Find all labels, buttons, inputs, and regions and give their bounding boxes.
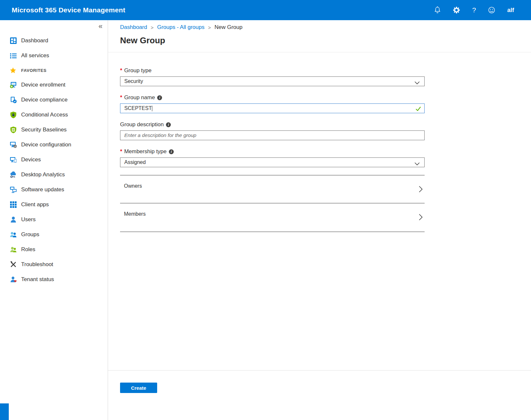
group-type-field: * Group type Security [120,67,425,86]
text-caret [152,106,152,111]
software-updates-icon [10,186,17,193]
group-type-label: * Group type [120,67,425,74]
device-configuration-icon [10,141,17,148]
troubleshoot-tools-icon [10,261,17,268]
required-marker: * [120,94,122,101]
app-shell: « Dashboard All services FAVORITES [0,20,531,420]
sidebar: « Dashboard All services FAVORITES [0,20,108,420]
group-type-value: Security [124,78,143,84]
info-icon: i [169,149,174,154]
members-row[interactable]: Members [120,203,425,232]
sidebar-item-groups[interactable]: Groups [0,227,108,242]
membership-type-label: * Membership type i [120,148,425,155]
favorites-heading: FAVORITES [0,63,108,77]
all-services-list-icon [10,52,17,59]
security-baselines-shield-icon [10,126,17,133]
sidebar-item-label: Troubleshoot [21,261,53,268]
conditional-access-shield-icon [10,111,17,118]
owners-row[interactable]: Owners [120,175,425,203]
chevron-down-icon [415,80,420,86]
sidebar-item-label: Devices [21,156,41,163]
group-name-field: * Group name i SCEPTEST [120,94,425,113]
owners-label: Owners [124,183,142,189]
sidebar-item-software-updates[interactable]: Software updates [0,182,108,197]
sidebar-item-label: Desktop Analytics [21,171,65,178]
users-person-icon [10,216,17,223]
sidebar-item-desktop-analytics[interactable]: Desktop Analytics [0,167,108,182]
footer-divider [108,370,531,371]
group-type-select[interactable]: Security [120,76,425,86]
sidebar-item-all-services[interactable]: All services [0,48,108,63]
notifications-bell-icon[interactable] [434,7,441,14]
topbar: Microsoft 365 Device Management ? [0,0,531,20]
group-description-label: Group description i [120,121,425,128]
sidebar-item-label: Device compliance [21,97,68,103]
sidebar-item-dashboard[interactable]: Dashboard [0,33,108,48]
sidebar-bottom-strip [0,403,9,420]
dashboard-icon [10,37,17,44]
sidebar-item-label: Roles [21,246,35,253]
group-name-input[interactable]: SCEPTEST [120,103,425,113]
sidebar-item-device-configuration[interactable]: Device configuration [0,137,108,152]
sidebar-item-device-compliance[interactable]: Device compliance [0,92,108,107]
desktop-analytics-cloud-icon [10,171,17,178]
required-marker: * [120,148,122,155]
sidebar-item-roles[interactable]: Roles [0,242,108,257]
sidebar-item-label: Software updates [21,186,64,193]
page-title: New Group [120,35,531,46]
breadcrumb: Dashboard > Groups - All groups > New Gr… [120,24,531,31]
client-apps-grid-icon [10,201,17,208]
sidebar-item-device-enrollment[interactable]: Device enrollment [0,77,108,92]
breadcrumb-separator-icon: > [151,25,154,30]
main-content: Dashboard > Groups - All groups > New Gr… [108,20,531,420]
sidebar-nav: Dashboard All services FAVORITES Device … [0,20,108,287]
sidebar-collapse-icon[interactable]: « [99,22,102,31]
title-divider [108,52,531,52]
sidebar-item-label: Users [21,216,35,223]
sidebar-item-label: Tenant status [21,276,54,283]
device-enrollment-icon [10,81,17,88]
help-icon[interactable]: ? [472,6,476,14]
breadcrumb-groups-all-groups[interactable]: Groups - All groups [157,24,205,31]
membership-type-field: * Membership type i Assigned [120,148,425,167]
tenant-status-icon [10,276,17,283]
group-name-label: * Group name i [120,94,425,101]
membership-type-select[interactable]: Assigned [120,157,425,167]
feedback-smiley-icon[interactable] [488,7,495,14]
group-description-input[interactable] [120,130,425,140]
sidebar-item-tenant-status[interactable]: Tenant status [0,272,108,287]
favorites-heading-label: FAVORITES [21,68,47,73]
topbar-actions: ? alf [434,6,531,14]
sidebar-item-label: Dashboard [21,37,48,44]
user-account[interactable]: alf [507,7,514,14]
sidebar-item-security-baselines[interactable]: Security Baselines [0,122,108,137]
chevron-right-icon [419,186,423,194]
sidebar-item-users[interactable]: Users [0,212,108,227]
sidebar-item-client-apps[interactable]: Client apps [0,197,108,212]
roles-people-icon [10,246,17,253]
sidebar-item-label: Conditional Access [21,112,68,118]
membership-type-value: Assigned [124,159,146,165]
sidebar-item-label: All services [21,52,49,59]
group-description-field: Group description i [120,121,425,140]
membership-sections: Owners Members [120,175,425,232]
breadcrumb-current: New Group [214,24,242,31]
sidebar-item-label: Device enrollment [21,82,65,88]
chevron-down-icon [415,161,420,167]
group-name-value: SCEPTEST [124,105,152,111]
device-compliance-icon [10,96,17,103]
new-group-form: * Group type Security * Group name i [120,67,425,232]
sidebar-item-label: Groups [21,231,39,238]
create-button[interactable]: Create [120,383,157,393]
settings-gear-icon[interactable] [453,7,460,14]
info-icon: i [166,122,171,127]
favorites-star-icon [10,67,16,74]
sidebar-item-conditional-access[interactable]: Conditional Access [0,107,108,122]
breadcrumb-dashboard[interactable]: Dashboard [120,24,147,31]
sidebar-item-label: Client apps [21,201,49,208]
sidebar-item-troubleshoot[interactable]: Troubleshoot [0,257,108,272]
sidebar-item-devices[interactable]: Devices [0,152,108,167]
sidebar-item-label: Security Baselines [21,127,67,133]
required-marker: * [120,67,122,74]
valid-check-icon [415,106,421,112]
